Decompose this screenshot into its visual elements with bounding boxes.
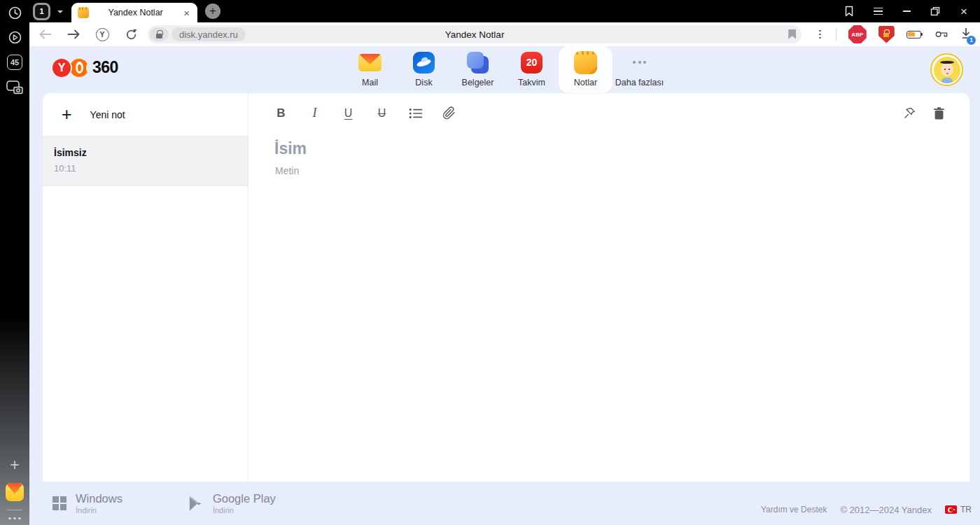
windows-download-link[interactable]: Windows İndirin (52, 492, 122, 514)
more-dots-icon (633, 61, 646, 64)
tab-count-badge[interactable]: 45 (7, 55, 22, 70)
tab-bar: 1 Yandex Notlar × + × (29, 0, 980, 22)
minimize-icon[interactable] (901, 6, 912, 17)
back-button[interactable] (38, 27, 52, 41)
note-title: İsimsiz (54, 147, 237, 158)
logo-360-icon (70, 59, 88, 77)
mail-icon (358, 54, 382, 71)
nav-item-more[interactable]: Daha fazlası (612, 46, 666, 93)
attachment-button[interactable] (442, 106, 456, 120)
underline-button[interactable]: U (341, 107, 356, 120)
app-header: Y 360 Mail Disk Belgeler (29, 46, 980, 93)
user-avatar[interactable] (930, 53, 963, 86)
help-support-link[interactable]: Yardım ve Destek (761, 505, 827, 514)
note-editor: B I U U (248, 93, 969, 482)
notes-app-panel: + Yeni not İsimsiz 10:11 B I U U (43, 93, 969, 482)
bold-button[interactable]: B (274, 106, 288, 120)
note-body-input[interactable]: Metin (275, 165, 969, 176)
calendar-icon: 20 (521, 52, 542, 74)
notes-icon (574, 51, 597, 74)
strikethrough-button[interactable]: U (374, 107, 389, 120)
download-count-badge: 1 (967, 36, 976, 45)
address-bar[interactable]: disk.yandex.ru Yandex Notlar (148, 25, 802, 43)
password-manager-icon[interactable] (934, 27, 948, 41)
tab-group-chip[interactable]: 1 (33, 3, 50, 20)
rail-divider (7, 510, 22, 510)
italic-button[interactable]: I (307, 106, 322, 120)
yandex-mail-shortcut-icon[interactable] (6, 483, 24, 501)
browser-window: 45 + 1 Yandex Notlar × + (0, 0, 980, 525)
logo-y-icon: Y (52, 59, 71, 77)
tab-group-count: 1 (35, 5, 48, 18)
google-play-download-link[interactable]: Google Play İndirin (188, 492, 276, 514)
restore-icon[interactable] (930, 6, 941, 17)
tab-title: Yandex Notlar (89, 8, 182, 18)
services-nav: Mail Disk Belgeler 20 Takvim (343, 46, 666, 93)
notes-list-panel: + Yeni not İsimsiz 10:11 (43, 93, 248, 482)
browser-menu-icon[interactable] (872, 6, 883, 17)
logo-text: 360 (92, 58, 118, 77)
close-window-icon[interactable]: × (958, 6, 969, 17)
forward-button[interactable] (66, 27, 80, 41)
google-play-icon (188, 495, 204, 512)
nav-item-notlar[interactable]: Notlar (559, 46, 612, 93)
browser-toolbar: Y disk.yandex.ru Yandex Notlar ABP (29, 22, 980, 46)
notes-favicon (78, 7, 89, 18)
toolbar-kebab-icon[interactable] (816, 30, 824, 39)
yandex360-logo[interactable]: Y 360 (52, 58, 118, 77)
copyright-text: © 2012—2024 Yandex (840, 505, 932, 515)
battery-saver-icon[interactable] (906, 31, 923, 38)
documents-icon (467, 52, 489, 74)
avatar-image (934, 57, 960, 83)
nav-item-disk[interactable]: Disk (397, 46, 451, 93)
note-title-input[interactable]: İsim (274, 139, 969, 158)
app-footer: Windows İndirin Google Play İndirin Yard… (29, 482, 980, 525)
windows-icon (52, 496, 66, 510)
bullet-list-button[interactable] (408, 108, 423, 119)
new-tab-button[interactable]: + (205, 4, 220, 19)
editor-toolbar: B I U U (248, 93, 969, 133)
new-note-button[interactable]: + Yeni not (43, 93, 248, 136)
pin-note-button[interactable] (902, 106, 917, 120)
disk-icon (413, 52, 435, 74)
page-title: Yandex Notlar (148, 29, 802, 40)
language-selector[interactable]: TR (945, 505, 972, 514)
nav-item-belgeler[interactable]: Belgeler (451, 46, 505, 93)
note-list-item[interactable]: İsimsiz 10:11 (43, 136, 248, 186)
yandex-protect-icon[interactable]: Y (95, 27, 109, 41)
url-domain[interactable]: disk.yandex.ru (172, 27, 246, 41)
yandex-notes-page: Y 360 Mail Disk Belgeler (29, 46, 980, 525)
downloads-button[interactable]: 1 (960, 27, 972, 42)
note-time: 10:11 (54, 163, 237, 174)
tab-yandex-notlar[interactable]: Yandex Notlar × (71, 3, 197, 22)
turkey-flag-icon (945, 505, 957, 514)
tab-count-value: 45 (7, 55, 22, 70)
delete-note-button[interactable] (932, 107, 946, 120)
nav-item-takvim[interactable]: 20 Takvim (505, 46, 559, 93)
screenshot-icon[interactable] (6, 80, 23, 94)
reload-button[interactable] (124, 27, 138, 41)
player-icon[interactable] (8, 30, 22, 45)
browser-side-rail: 45 + (0, 0, 29, 525)
toolbar-divider (836, 29, 836, 41)
footer-right: Yardım ve Destek © 2012—2024 Yandex TR (761, 505, 972, 515)
rail-more-icon[interactable] (8, 517, 21, 520)
rail-add-icon[interactable]: + (10, 457, 19, 473)
history-icon[interactable] (8, 6, 22, 20)
tab-close-icon[interactable]: × (182, 8, 191, 18)
protect-shield-icon[interactable] (878, 26, 895, 43)
sidebar-panel-icon[interactable] (844, 6, 855, 17)
nav-item-mail[interactable]: Mail (343, 46, 397, 93)
adblock-plus-icon[interactable]: ABP (848, 25, 867, 43)
chevron-down-icon[interactable] (57, 10, 63, 16)
